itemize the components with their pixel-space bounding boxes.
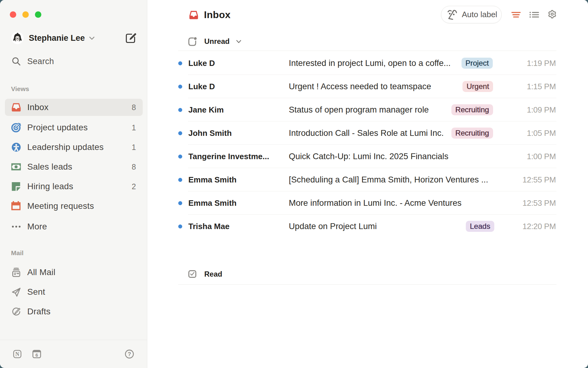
svg-text:6: 6 xyxy=(36,352,38,358)
svg-text:?: ? xyxy=(128,351,131,357)
svg-text:N: N xyxy=(15,351,19,357)
